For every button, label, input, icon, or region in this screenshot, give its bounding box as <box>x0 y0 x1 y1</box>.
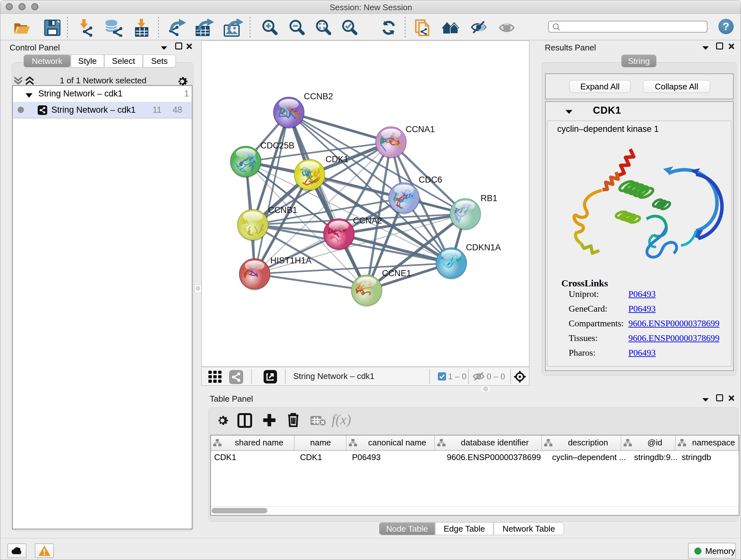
svg-text:CDC25B: CDC25B <box>260 141 294 150</box>
svg-text:CCNA1: CCNA1 <box>406 125 435 134</box>
svg-text:CDC6: CDC6 <box>419 175 442 185</box>
svg-text:CCNB1: CCNB1 <box>268 205 297 215</box>
svg-text:HIST1H1A: HIST1H1A <box>270 256 312 265</box>
svg-text:CCNA2: CCNA2 <box>353 216 382 226</box>
svg-text:CDKN1A: CDKN1A <box>466 243 501 252</box>
svg-text:RB1: RB1 <box>481 193 497 203</box>
svg-text:CCNB2: CCNB2 <box>304 91 333 101</box>
svg-text:CCNE1: CCNE1 <box>382 268 411 278</box>
svg-text:CDK1: CDK1 <box>326 154 348 164</box>
